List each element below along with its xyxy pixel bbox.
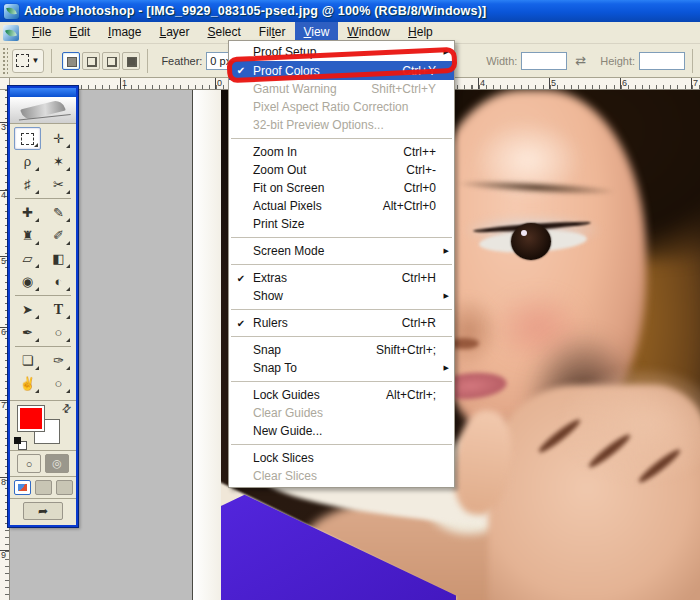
menu-separator bbox=[231, 309, 452, 310]
menu-item-zoom-in[interactable]: Zoom InCtrl++ bbox=[229, 143, 454, 161]
intersect-selection-button[interactable] bbox=[122, 52, 140, 70]
menu-item-extras[interactable]: ✔ExtrasCtrl+H bbox=[229, 269, 454, 287]
menu-item-snap-to[interactable]: Snap To▶ bbox=[229, 359, 454, 377]
subject-eye bbox=[511, 223, 551, 260]
tool-preset-picker[interactable]: ▼ bbox=[12, 49, 44, 73]
brush-tool[interactable]: ✎ bbox=[45, 201, 72, 224]
eyedropper-tool[interactable]: ✑ bbox=[45, 349, 72, 372]
menubar-item-layer[interactable]: Layer bbox=[150, 22, 198, 43]
slice-tool[interactable]: ✂ bbox=[45, 173, 72, 196]
options-bar-grip[interactable] bbox=[2, 47, 8, 75]
document-icon[interactable] bbox=[3, 25, 19, 41]
menu-item-gamut-warning: Gamut WarningShift+Ctrl+Y bbox=[229, 80, 454, 98]
magic-wand-tool[interactable]: ✶ bbox=[45, 150, 72, 173]
subtract-from-selection-button[interactable] bbox=[102, 52, 120, 70]
height-input[interactable] bbox=[639, 52, 685, 70]
lasso-tool[interactable]: ρ bbox=[14, 150, 41, 173]
standard-mode-button[interactable]: ○ bbox=[17, 454, 41, 473]
notes-icon: ❏ bbox=[22, 354, 34, 367]
standard-screen-button[interactable] bbox=[14, 480, 31, 495]
submenu-arrow-icon: ▶ bbox=[444, 48, 449, 56]
toolbox-title-bar[interactable] bbox=[10, 88, 76, 97]
zoom-icon: ○ bbox=[55, 377, 63, 390]
menu-separator bbox=[231, 237, 452, 238]
menu-item-rulers[interactable]: ✔RulersCtrl+R bbox=[229, 314, 454, 332]
eyedropper-icon: ✑ bbox=[53, 354, 64, 367]
notes-tool[interactable]: ❏ bbox=[14, 349, 41, 372]
eraser-tool[interactable]: ▱ bbox=[14, 247, 41, 270]
clone-stamp-tool[interactable]: ♜ bbox=[14, 224, 41, 247]
marquee-icon bbox=[21, 133, 34, 145]
width-input[interactable] bbox=[521, 52, 567, 70]
marquee-icon bbox=[16, 54, 29, 67]
path-selection-icon: ➤ bbox=[22, 303, 33, 316]
crop-tool[interactable]: ♯ bbox=[14, 173, 41, 196]
menu-item-lock-guides[interactable]: Lock GuidesAlt+Ctrl+; bbox=[229, 386, 454, 404]
height-label: Height: bbox=[600, 55, 635, 67]
menu-separator bbox=[231, 138, 452, 139]
fullscreen-button[interactable] bbox=[56, 480, 73, 495]
quick-mask-mode-button[interactable]: ◎ bbox=[45, 454, 69, 473]
brush-icon: ✎ bbox=[53, 206, 64, 219]
adobe-feather-logo[interactable] bbox=[10, 97, 76, 124]
selection-mode-group bbox=[62, 52, 140, 70]
history-brush-tool[interactable]: ✐ bbox=[45, 224, 72, 247]
foreground-color-swatch[interactable] bbox=[17, 405, 45, 432]
menu-item-print-size[interactable]: Print Size bbox=[229, 215, 454, 233]
menu-item-screen-mode[interactable]: Screen Mode▶ bbox=[229, 242, 454, 260]
rectangular-marquee-tool[interactable] bbox=[14, 127, 41, 150]
ruler-number: 7 bbox=[1, 401, 6, 410]
menu-item-proof-setup[interactable]: Proof Setup▶ bbox=[229, 43, 454, 61]
ruler-number: 5 bbox=[1, 257, 6, 266]
menu-item-snap[interactable]: SnapShift+Ctrl+; bbox=[229, 341, 454, 359]
ruler-number: 5 bbox=[551, 79, 556, 88]
move-icon: ✛ bbox=[53, 132, 64, 145]
jump-to-imageready-button[interactable]: ➦ bbox=[23, 502, 63, 520]
color-swatches: ⇄ bbox=[10, 400, 76, 450]
menu-item-zoom-out[interactable]: Zoom OutCtrl+- bbox=[229, 161, 454, 179]
fullscreen-menubar-button[interactable] bbox=[35, 480, 52, 495]
toolbox-palette: ✛ρ✶♯✂✚✎♜✐▱◧◉◐➤T✒○❏✑✌○ ⇄ ○ ◎ ➦ bbox=[8, 86, 78, 527]
imageready-row: ➦ bbox=[10, 498, 76, 523]
hand-icon: ✌ bbox=[19, 377, 35, 390]
move-tool[interactable]: ✛ bbox=[45, 127, 72, 150]
swap-colors-icon[interactable]: ⇄ bbox=[59, 401, 75, 417]
blur-tool[interactable]: ◉ bbox=[14, 270, 41, 293]
zoom-tool[interactable]: ○ bbox=[45, 372, 72, 395]
separator bbox=[692, 49, 693, 73]
new-selection-button[interactable] bbox=[62, 52, 80, 70]
view-menu-items: Proof Setup▶✔Proof ColorsCtrl+YGamut War… bbox=[228, 40, 455, 488]
healing-brush-tool[interactable]: ✚ bbox=[14, 201, 41, 224]
path-selection-tool[interactable]: ➤ bbox=[14, 298, 41, 321]
shape-tool[interactable]: ○ bbox=[45, 321, 72, 344]
pen-tool[interactable]: ✒ bbox=[14, 321, 41, 344]
ruler-number: 4 bbox=[480, 79, 485, 88]
menu-item-new-guide[interactable]: New Guide... bbox=[229, 422, 454, 440]
menu-item-actual-pixels[interactable]: Actual PixelsAlt+Ctrl+0 bbox=[229, 197, 454, 215]
pen-icon: ✒ bbox=[22, 326, 33, 339]
menu-item-show[interactable]: Show▶ bbox=[229, 287, 454, 305]
menubar-item-file[interactable]: File bbox=[23, 22, 60, 43]
menubar-item-edit[interactable]: Edit bbox=[60, 22, 99, 43]
menubar-item-image[interactable]: Image bbox=[99, 22, 150, 43]
type-tool[interactable]: T bbox=[45, 298, 72, 321]
add-to-selection-button[interactable] bbox=[82, 52, 100, 70]
ruler-number: 9 bbox=[1, 551, 6, 560]
dodge-tool[interactable]: ◐ bbox=[45, 270, 72, 293]
separator bbox=[51, 49, 52, 73]
title-bar[interactable]: Adobe Photoshop - [IMG_9929_083105-psed.… bbox=[0, 0, 700, 22]
menu-item-fit-on-screen[interactable]: Fit on ScreenCtrl+0 bbox=[229, 179, 454, 197]
checkmark-icon: ✔ bbox=[229, 318, 253, 329]
menu-item-lock-slices[interactable]: Lock Slices bbox=[229, 449, 454, 467]
gradient-tool[interactable]: ◧ bbox=[45, 247, 72, 270]
submenu-arrow-icon: ▶ bbox=[444, 247, 449, 255]
menu-item-proof-colors[interactable]: ✔Proof ColorsCtrl+Y bbox=[229, 61, 454, 80]
default-colors-icon[interactable] bbox=[14, 437, 26, 449]
photoshop-app-icon bbox=[4, 4, 19, 19]
hand-tool[interactable]: ✌ bbox=[14, 372, 41, 395]
screen-mode-group bbox=[10, 476, 76, 498]
menu-item-pixel-aspect-ratio-correction: Pixel Aspect Ratio Correction bbox=[229, 98, 454, 116]
eraser-icon: ▱ bbox=[23, 252, 33, 265]
menu-separator bbox=[231, 336, 452, 337]
swap-dimensions-icon[interactable]: ⇄ bbox=[575, 53, 586, 68]
